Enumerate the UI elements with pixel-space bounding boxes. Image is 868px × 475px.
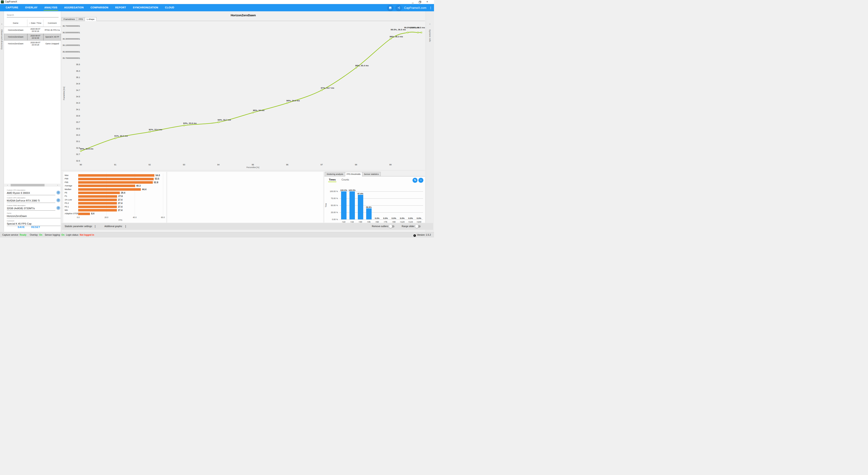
data-point-marker — [184, 125, 185, 126]
next-chart-button[interactable]: › — [418, 178, 423, 183]
reset-button[interactable]: RESET — [31, 226, 40, 229]
nav-tab-capture[interactable]: CAPTURE — [2, 4, 22, 11]
field-input[interactable]: AMD Ryzen 9 3900X — [7, 191, 55, 195]
expand-system-info-chevron-icon[interactable]: ‹ — [426, 22, 434, 26]
y-tick-label: 35.7000000000001 — [62, 57, 80, 59]
table-row[interactable]: HorizonZeroDawn2020-08-0715:33:18Game Un… — [4, 40, 61, 47]
nav-tab-overlay[interactable]: OVERLAY — [22, 4, 41, 11]
stat-bar-row: Adaptive STDEV8.4 — [63, 212, 166, 215]
threshold-category: >90 — [392, 221, 396, 223]
stat-label: P5 — [65, 191, 78, 195]
secondary-tab-fps-thresholds[interactable]: FPS thresholds — [345, 172, 362, 176]
data-point-label: 99%, 36.3 ms — [390, 35, 403, 38]
y-tick-label: 32.7 — [76, 153, 80, 155]
scroll-right-icon[interactable]: › — [56, 184, 59, 187]
refresh-button[interactable] — [57, 191, 60, 194]
data-point-label: 94%, 33.7 ms — [218, 119, 231, 121]
record-sidebar: Game↑Date / TimeComment HorizonZeroDawn2… — [4, 11, 61, 232]
stat-bar — [78, 199, 117, 201]
refresh-button[interactable] — [57, 198, 60, 202]
x-tick-label: 60.0 — [161, 216, 165, 218]
cell-game: HorizonZeroDawn — [4, 27, 27, 34]
data-point-label: 99.9%, 36.5 ms — [410, 26, 425, 29]
percent-toggle-button[interactable]: % — [412, 178, 417, 183]
nav-tab-aggregation[interactable]: AGGREGATION — [61, 4, 87, 11]
stat-value: 27.4 — [118, 202, 122, 205]
nav-tab-analysis[interactable]: ANALYSIS — [41, 4, 61, 11]
threshold-value: 0.0% — [416, 217, 421, 219]
subtab-counts[interactable]: Counts — [342, 178, 349, 181]
range-slider-label: Range slider: — [402, 223, 415, 230]
chart-tab-frametimes[interactable]: Frametimes — [61, 17, 76, 21]
fps-thresholds-panel: Times Counts % › Time 100.00 %75.00 %50.… — [324, 176, 425, 222]
threshold-category: >120 — [400, 221, 404, 223]
subtab-times[interactable]: Times — [329, 178, 336, 181]
field-label: Custom GPU description — [7, 197, 55, 199]
y-tick-label: 35.3 — [76, 70, 80, 72]
search-field — [7, 13, 59, 17]
stat-label: P99 — [65, 177, 78, 180]
threshold-category: >10 — [342, 221, 345, 223]
stat-bar-row: P9552.8 — [63, 181, 166, 184]
nav-tabs: CAPTUREOVERLAYANALYSISAGGREGATIONCOMPARI… — [2, 4, 178, 11]
column-header-game[interactable]: Game — [4, 20, 27, 27]
field-input[interactable]: NVIDIA GeForce RTX 2080 Ti — [7, 199, 55, 203]
secondary-tab-stuttering-analysis[interactable]: Stuttering analysis — [325, 172, 345, 176]
column-header-comment[interactable]: Comment — [43, 20, 61, 27]
threshold-bar — [366, 208, 372, 219]
maximize-button[interactable] — [417, 0, 423, 4]
sidebar-horizontal-scrollbar[interactable]: ‹ › — [4, 184, 61, 187]
y-axis-label: Frametime [ms] — [63, 87, 65, 100]
observed-directory-rail: › Observed directory — [0, 11, 4, 232]
login-button[interactable] — [396, 5, 401, 11]
threshold-value: 39.9% — [366, 206, 372, 208]
chart-tab-l-shape[interactable]: L-shape — [85, 17, 96, 21]
brand-link[interactable]: CapFrameX.com — [404, 6, 426, 9]
stat-bar-row: P9953.5 — [63, 177, 166, 180]
y-tick-label: 32.5 — [76, 160, 80, 162]
range-slider-toggle[interactable] — [416, 225, 421, 228]
nav-tab-cloud[interactable]: CLOUD — [162, 4, 178, 11]
additional-graphs-menu-icon[interactable]: ⋮ — [124, 223, 127, 230]
nav-tab-report[interactable]: REPORT — [112, 4, 129, 11]
data-point-marker — [421, 32, 422, 33]
data-point-label: 98%, 35.4 ms — [355, 64, 369, 67]
field-input[interactable]: HorizonZeroDawn — [7, 215, 61, 218]
chart-tab-fps[interactable]: FPS — [76, 17, 85, 21]
sort-ascending-icon: ↑ — [29, 22, 30, 24]
status-value: On — [39, 234, 42, 236]
refresh-button[interactable] — [57, 206, 60, 210]
system-info-label: System Info — [429, 29, 431, 42]
version-info: iVersion: 1.5.2 — [413, 232, 431, 237]
expand-directory-chevron-icon[interactable]: › — [0, 22, 4, 26]
percentile-line — [81, 32, 422, 151]
screenshot-button[interactable] — [388, 5, 393, 11]
scrollbar-thumb[interactable] — [11, 184, 44, 186]
maximize-restore-icon — [419, 1, 421, 3]
toggle-knob — [415, 225, 418, 228]
threshold-value: 0.0% — [400, 217, 405, 219]
stat-bar-row: P127.6 — [63, 195, 166, 198]
statistic-settings-menu-icon[interactable]: ⋮ — [94, 223, 96, 230]
field-input[interactable]: Special K 45 FPS Cap — [7, 222, 61, 226]
nav-tab-synchronization[interactable]: SYNCHRONIZATION — [129, 4, 162, 11]
save-button[interactable]: SAVE — [18, 226, 25, 229]
nav-tab-comparison[interactable]: COMPARISON — [87, 4, 112, 11]
secondary-tab-sensor-statistics[interactable]: Sensor statistics — [362, 172, 381, 176]
minimize-button[interactable] — [410, 0, 416, 4]
empty-detail-panel — [167, 172, 323, 222]
overflow-menu-icon[interactable]: ⋮ — [429, 6, 432, 9]
close-button[interactable]: × — [424, 0, 430, 4]
threshold-category: >45 — [367, 221, 370, 223]
table-row[interactable]: HorizonZeroDawn2020-08-0715:32:16RTSS 45… — [4, 27, 61, 34]
x-tick-label: 0.0 — [77, 216, 80, 218]
table-row[interactable]: HorizonZeroDawn2020-08-0715:32:49Special… — [4, 34, 61, 40]
scroll-left-icon[interactable]: ‹ — [6, 184, 9, 187]
search-input[interactable] — [7, 13, 59, 18]
column-header-date-time[interactable]: ↑Date / Time — [27, 20, 43, 27]
data-point-marker — [417, 32, 418, 33]
remove-outliers-toggle[interactable] — [390, 225, 395, 228]
field-input[interactable]: 32GB (4x8GB) 3733MT/s — [7, 207, 55, 211]
field-label: Game — [7, 212, 61, 214]
data-point-marker — [149, 131, 150, 132]
